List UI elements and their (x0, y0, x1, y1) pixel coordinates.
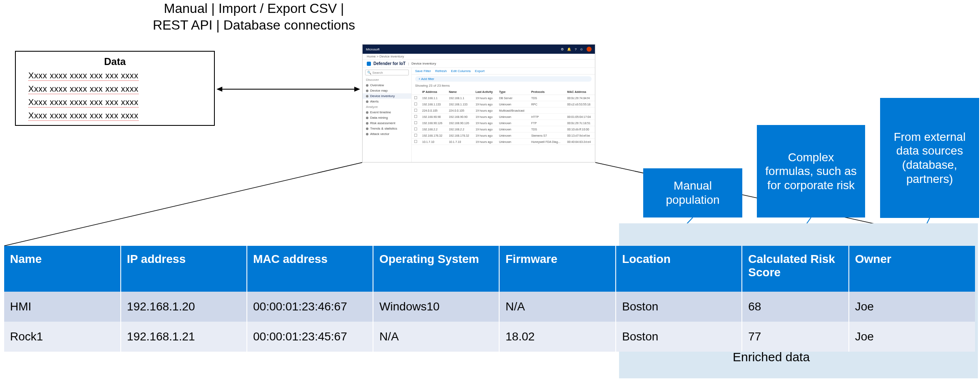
table-row: 192.168.90.90192.168.90.9019 hours agoUn… (412, 114, 595, 120)
cell: 192.168.178.32 (420, 132, 446, 139)
callout-text: Complex formulas, such as for corporate … (764, 150, 858, 192)
table-row: 10.1.7.1010.1.7.1019 hours agoUnknownHon… (412, 139, 595, 145)
cell: 192.168.1.133 (420, 101, 446, 108)
checkbox-icon[interactable] (414, 121, 417, 124)
cell (565, 108, 595, 114)
diagram-canvas: Manual | Import / Export CSV | REST API … (0, 0, 980, 385)
th-ip: IP address (121, 246, 247, 292)
sidebar-item-label: Device map (370, 89, 388, 92)
sidebar-item-risk-assessment[interactable]: Risk assessment (363, 120, 411, 126)
cell: Multicast/Broadcast (497, 108, 529, 114)
sidebar-item-label: Data mining (370, 116, 388, 120)
result-count: Showing 23 of 23 items (412, 83, 595, 89)
svg-line-3 (4, 162, 362, 246)
svg-marker-2 (354, 87, 360, 92)
checkbox-icon[interactable] (414, 96, 417, 99)
cell: 00:40:84:83:2d:e4 (565, 139, 595, 145)
sidebar-item-label: Attack vector (370, 132, 389, 136)
sidebar-item-overview[interactable]: Overview (363, 82, 411, 88)
dot-icon (366, 128, 368, 130)
sidebar-item-attack-vector[interactable]: Attack vector (363, 131, 411, 137)
sidebar-item-data-mining[interactable]: Data mining (363, 115, 411, 120)
cell: Honeywell FDA Diag... (529, 139, 565, 145)
cell-name: HMI (4, 292, 121, 322)
cell: 224.0.0.105 (446, 108, 473, 114)
save-filter-button[interactable]: Save Filter (415, 69, 431, 73)
top-caption: Manual | Import / Export CSV | REST API … (117, 0, 391, 33)
th-risk: Calculated Risk Score (742, 246, 849, 292)
sidebar-item-event-timeline[interactable]: Event timeline (363, 110, 411, 115)
cell: 19 hours ago (473, 132, 496, 139)
edit-columns-button[interactable]: Edit Columns (451, 69, 471, 73)
device-table: Name IP address MAC address Operating Sy… (4, 246, 975, 352)
cell: 192.168.2.2 (420, 126, 446, 132)
sidebar-item-label: Trends & statistics (370, 127, 397, 130)
sidebar-item-device-map[interactable]: Device map (363, 88, 411, 93)
cell: 00:c2:c6:53:55:18 (565, 101, 595, 108)
cell-mac: 00:00:01:23:45:67 (247, 322, 373, 352)
cell-fw: 18.02 (499, 322, 616, 352)
cell: 19 hours ago (473, 101, 496, 108)
sidebar-item-trends[interactable]: Trends & statistics (363, 126, 411, 131)
cell-os: Windows10 (373, 292, 499, 322)
sidebar-item-label: Overview (370, 83, 384, 87)
cell: 192.168.90.90 (446, 114, 473, 120)
checkbox-icon[interactable] (414, 128, 417, 130)
dot-icon (366, 122, 368, 125)
top-caption-line2: REST API | Database connections (117, 17, 391, 33)
app-navbar: Microsoft ⚙ 🔔 ? ☺ (363, 45, 595, 54)
avatar (587, 47, 592, 52)
add-filter-chip[interactable]: + Add filter (415, 76, 592, 82)
callout-complex-formulas: Complex formulas, such as for corporate … (757, 125, 865, 218)
export-button[interactable]: Export (475, 69, 485, 73)
cell: DB Server (497, 95, 529, 101)
dot-icon (366, 117, 368, 119)
cell: 192.168.90.90 (420, 114, 446, 120)
brand-label: Microsoft (366, 48, 379, 51)
enriched-data-label: Enriched data (733, 350, 810, 364)
dot-icon (366, 95, 368, 98)
checkbox-icon[interactable] (414, 102, 417, 105)
th-loc: Location (616, 246, 742, 292)
cell: 00:01:05:04:17:04 (565, 114, 595, 120)
checkbox-icon[interactable] (414, 134, 417, 137)
bell-icon: 🔔 (567, 48, 571, 51)
th-own: Owner (849, 246, 975, 292)
checkbox-icon[interactable] (414, 140, 417, 143)
double-arrow-icon (216, 86, 360, 92)
data-placeholder-line: Xxxx xxxx xxxx xxx xxx xxxx (28, 98, 139, 108)
inventory-table: IP Address Name Last Activity Type Proto… (412, 89, 595, 145)
search-input[interactable]: 🔍 Search (365, 70, 409, 75)
cell: Unknown (497, 120, 529, 126)
refresh-button[interactable]: Refresh (435, 69, 447, 73)
cell: 192.168.1.1 (446, 95, 473, 101)
feedback-icon: ☺ (580, 48, 583, 51)
callout-text: Manual population (650, 179, 736, 207)
cell: 19 hours ago (473, 120, 496, 126)
cell: 00:13:d7:9d:ef:be (565, 132, 595, 139)
cell: Unknown (497, 139, 529, 145)
cell: 19 hours ago (473, 114, 496, 120)
navbar-right: ⚙ 🔔 ? ☺ (561, 47, 592, 52)
search-icon: 🔍 (367, 71, 371, 75)
sidebar-item-alerts[interactable]: Alerts (363, 99, 411, 104)
cell-own: Joe (849, 292, 975, 322)
col-type: Type (497, 89, 529, 95)
cell: 19 hours ago (473, 95, 496, 101)
cell: 00:0c:29:7c:18:51 (565, 120, 595, 126)
cell: 00:0c:29:74:84:f4 (565, 95, 595, 101)
checkbox-icon[interactable] (414, 109, 417, 112)
app-toolbar: Save Filter Refresh Edit Columns Export (412, 68, 595, 75)
checkbox-icon[interactable] (414, 115, 417, 118)
table-row: 192.168.1.133192.168.1.13319 hours agoUn… (412, 101, 595, 108)
cell-loc: Boston (616, 292, 742, 322)
sidebar-section-discover: Discover (363, 77, 411, 82)
cell-ip: 192.168.1.20 (121, 292, 247, 322)
data-placeholder-line: Xxxx xxxx xxxx xxx xxx xxxx (28, 111, 139, 121)
cell-os: N/A (373, 322, 499, 352)
cell: TDS (529, 126, 565, 132)
title-separator: | (408, 62, 409, 65)
cell: 192.168.1.1 (420, 95, 446, 101)
sidebar-item-device-inventory[interactable]: Device inventory (363, 93, 411, 99)
cell-name: Rock1 (4, 322, 121, 352)
